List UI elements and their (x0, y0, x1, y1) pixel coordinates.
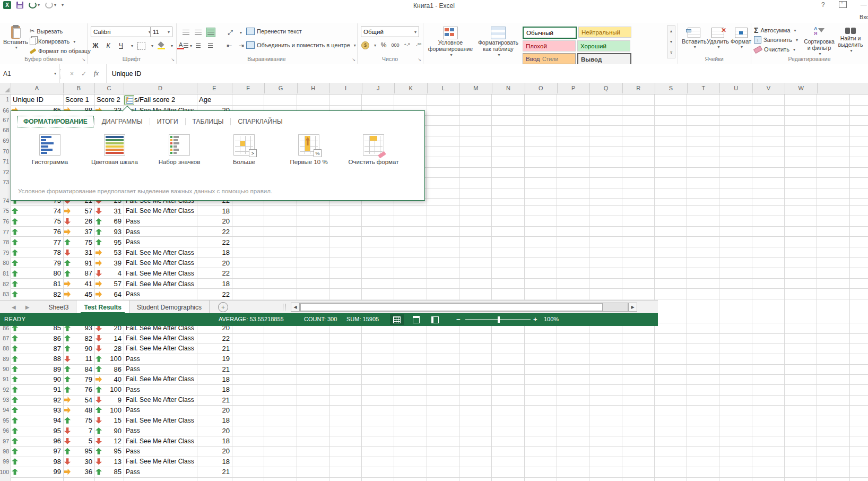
cell-A75[interactable]: 74 (11, 206, 63, 217)
redo-button[interactable]: ▾ (45, 2, 56, 8)
qa-item-top10[interactable]: % Первые 10 % (276, 134, 341, 165)
row-header-81[interactable]: 81 (0, 268, 10, 279)
cell-D99[interactable]: Fail. See Me After Class (124, 457, 197, 467)
row-header-78[interactable]: 78 (0, 237, 10, 247)
cell-A95[interactable]: 94 (11, 415, 63, 425)
column-header-B[interactable]: B (63, 83, 95, 93)
cell-D100[interactable]: Pass (124, 467, 197, 477)
borders-dropdown-icon[interactable]: ▾ (151, 44, 153, 48)
help-button[interactable]: ? (821, 1, 825, 8)
gallery-down-icon[interactable]: ▼ (670, 40, 673, 44)
row-header-94[interactable]: 94 (0, 405, 10, 415)
cell-C95[interactable]: 15 (94, 415, 124, 425)
row-header-82[interactable]: 82 (0, 279, 10, 289)
delete-cells-button[interactable]: Удалить▾ (707, 28, 729, 49)
align-middle-button[interactable] (194, 28, 202, 37)
grid-row-78[interactable]: 77 75 95 Pass 22 (11, 237, 232, 247)
cell-C75[interactable]: 31 (94, 206, 124, 217)
row-header-91[interactable]: 91 (0, 374, 10, 384)
qa-tab-totals[interactable]: ИТОГИ (151, 116, 184, 127)
cell-B77[interactable]: 37 (63, 227, 94, 237)
column-header-D[interactable]: D (124, 83, 197, 93)
add-sheet-button[interactable]: + (218, 302, 228, 312)
cell-D83[interactable]: Pass (124, 289, 197, 299)
cell-D93[interactable]: Fail. See Me After Class (124, 394, 197, 405)
row-header-96[interactable]: 96 (0, 426, 10, 436)
cell-D80[interactable]: Fail. See Me After Class (124, 258, 197, 269)
row-header-68[interactable]: 68 (0, 125, 10, 136)
accounting-dropdown-icon[interactable]: ▾ (374, 43, 376, 48)
view-page-break-button[interactable] (428, 314, 442, 325)
row-header-79[interactable]: 79 (0, 247, 10, 258)
cell-A82[interactable]: 81 (11, 279, 63, 289)
name-box[interactable]: A1 ▾ (0, 64, 60, 83)
cell-C94[interactable]: 100 (94, 405, 124, 415)
cell-B75[interactable]: 57 (63, 206, 94, 217)
gallery-up-icon[interactable]: ▲ (670, 29, 673, 33)
zoom-in-button[interactable]: + (533, 315, 537, 323)
column-header-O[interactable]: O (525, 83, 558, 93)
wrap-text-button[interactable]: Перенести текст (246, 28, 302, 35)
qat-customize-icon[interactable]: ▾ (62, 3, 64, 7)
style-neutral[interactable]: Нейтральный (578, 27, 631, 38)
accounting-format-icon[interactable]: $ (361, 41, 369, 49)
cell-B99[interactable]: 30 (63, 457, 94, 467)
row-header-71[interactable]: 71 (0, 157, 10, 167)
row-header-70[interactable]: 70 (0, 146, 10, 157)
cell-B83[interactable]: 45 (63, 289, 94, 299)
grid-row-77[interactable]: 76 37 93 Pass 22 (11, 227, 232, 237)
cell-D78[interactable]: Pass (124, 237, 197, 247)
alignment-dialog-launcher-icon[interactable]: ↘ (352, 57, 355, 62)
font-size-select[interactable]: 11▾ (150, 27, 172, 37)
ribbon-display-options-icon[interactable] (839, 1, 847, 8)
grid-row-99[interactable]: 98 30 13 Fail. See Me After Class 18 (11, 457, 232, 467)
fill-color-icon[interactable] (158, 42, 165, 49)
row-header-80[interactable]: 80 (0, 258, 10, 269)
row-header-90[interactable]: 90 (0, 364, 10, 374)
scrollbar-thumb[interactable] (300, 303, 603, 311)
format-cells-button[interactable]: Формат▾ (731, 28, 751, 49)
cell-D98[interactable]: Pass (124, 446, 197, 456)
grid-row-94[interactable]: 93 48 100 Pass 20 (11, 405, 232, 415)
cell-D1[interactable]: s/Fail score 2 (124, 94, 197, 105)
cell-A91[interactable]: 90 (11, 374, 63, 384)
cell-C1[interactable]: Score 2 (94, 94, 124, 105)
cell-C78[interactable]: 95 (94, 237, 124, 247)
align-left-button[interactable] (181, 41, 190, 50)
qa-tab-formatting[interactable]: ФОРМАТИРОВАНИЕ (18, 116, 93, 127)
grid-row-82[interactable]: 81 41 57 Fail. See Me After Class 18 (11, 279, 232, 289)
paste-dropdown-icon[interactable]: ▾ (15, 45, 18, 50)
borders-icon[interactable] (137, 42, 145, 50)
grid-row-79[interactable]: 78 31 53 Fail. See Me After Class 18 (11, 247, 232, 258)
cell-E100[interactable]: 21 (197, 467, 232, 477)
gallery-more-icon[interactable]: ⊽ (670, 50, 672, 55)
cell-B94[interactable]: 48 (63, 405, 94, 415)
cell-C100[interactable]: 85 (94, 467, 124, 477)
cell-A90[interactable]: 89 (11, 364, 63, 374)
column-header-G[interactable]: G (264, 83, 297, 93)
insert-function-icon[interactable]: fx (94, 70, 99, 78)
scrollbar-track[interactable] (300, 303, 628, 312)
column-header-A[interactable]: A (11, 83, 64, 93)
cell-B100[interactable]: 36 (63, 467, 94, 477)
quick-analysis-badge-icon[interactable] (124, 95, 134, 105)
cell-E75[interactable]: 18 (197, 206, 232, 217)
style-good[interactable]: Хороший (577, 40, 630, 51)
row-header-1[interactable]: 1 (0, 94, 10, 105)
qa-item-clear-format[interactable]: Очистить формат (341, 134, 406, 165)
cell-E97[interactable]: 18 (197, 436, 232, 446)
conditional-formatting-button[interactable]: Условное форматирование▾ (427, 27, 474, 58)
italic-button[interactable]: К (104, 41, 112, 50)
style-bad[interactable]: Плохой (523, 40, 576, 51)
cell-C79[interactable]: 53 (94, 247, 124, 258)
sign-in-label[interactable]: Вход (860, 14, 868, 20)
column-header-C[interactable]: C (94, 83, 124, 93)
cell-C76[interactable]: 69 (94, 216, 124, 227)
scroll-right-icon[interactable]: ▶ (628, 303, 637, 312)
cell-A98[interactable]: 97 (11, 446, 63, 456)
grid-row-97[interactable]: 96 5 12 Fail. See Me After Class 18 (11, 436, 232, 446)
insert-cells-button[interactable]: Вставить▾ (682, 28, 707, 49)
qa-item-color-scale[interactable]: Цветовая шкала (82, 134, 147, 165)
cell-D89[interactable]: Pass (124, 354, 197, 364)
column-header-U[interactable]: U (720, 83, 753, 93)
